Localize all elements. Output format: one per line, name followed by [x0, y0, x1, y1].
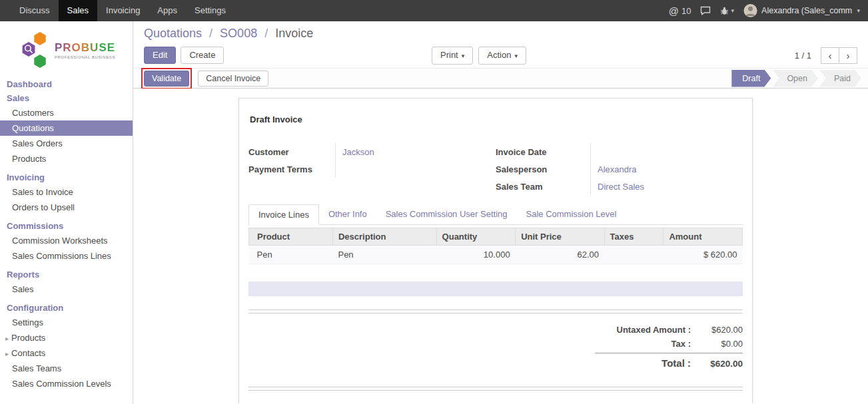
sidebar-heading-invoicing[interactable]: Invoicing — [0, 170, 133, 184]
probuse-logo: PROBUSE PROFESSIONAL BUSINESS — [0, 21, 133, 77]
field-sales-team: Sales Team Direct Sales — [496, 178, 743, 195]
tab-other-info[interactable]: Other Info — [319, 204, 376, 224]
print-label: Print — [440, 50, 458, 60]
sidebar-item-config-products[interactable]: ▸Products — [0, 330, 133, 345]
group-separator — [248, 309, 743, 313]
invoice-lines-table: Product Description Quantity Unit Price … — [248, 228, 743, 264]
top-navbar: Discuss Sales Invoicing Apps Settings @ … — [0, 0, 868, 21]
logo-subtitle: PROFESSIONAL BUSINESS — [55, 55, 115, 59]
sidebar-item-customers[interactable]: Customers — [0, 105, 133, 120]
col-header-product[interactable]: Product — [249, 228, 333, 246]
notebook-tabs: Invoice Lines Other Info Sales Commissio… — [248, 204, 743, 225]
cell-quantity: 10.000 — [436, 246, 516, 264]
sidebar-heading-dashboard[interactable]: Dashboard — [0, 77, 133, 91]
caret-down-icon: ▾ — [731, 7, 734, 14]
total-label: Total : — [661, 357, 691, 369]
tax-row: Tax : $0.00 — [595, 337, 743, 351]
tab-invoice-lines[interactable]: Invoice Lines — [248, 204, 319, 225]
sidebar-heading-reports[interactable]: Reports — [0, 268, 133, 282]
control-bar: Quotations / SO008 / Invoice Edit Create… — [133, 21, 868, 68]
sidebar-item-orders-to-upsell[interactable]: Orders to Upsell — [0, 200, 133, 215]
cell-product: Pen — [249, 246, 333, 264]
tab-sale-commission-level[interactable]: Sale Commission Level — [517, 204, 626, 224]
mention-icon: @ — [669, 5, 679, 17]
cancel-invoice-button[interactable]: Cancel Invoice — [198, 71, 268, 87]
logo-title: PROBUSE — [55, 41, 115, 55]
menu-settings[interactable]: Settings — [186, 0, 234, 21]
create-button[interactable]: Create — [181, 47, 224, 64]
cell-unit-price: 62.00 — [516, 246, 604, 264]
sidebar-item-products[interactable]: Products — [0, 151, 133, 166]
sidebar-item-config-contacts[interactable]: ▸Contacts — [0, 345, 133, 361]
breadcrumb-separator: / — [209, 27, 213, 40]
sidebar-item-sales-to-invoice[interactable]: Sales to Invoice — [0, 184, 133, 200]
col-header-description[interactable]: Description — [332, 228, 436, 246]
sidebar-item-sales-orders[interactable]: Sales Orders — [0, 136, 133, 151]
status-pipeline: Draft Open Paid — [731, 70, 861, 87]
col-header-taxes[interactable]: Taxes — [604, 228, 663, 246]
customer-value-link[interactable]: Jackson — [335, 143, 496, 160]
salesperson-value-link[interactable]: Alexandra — [590, 160, 743, 178]
sidebar-item-sales-commission-levels[interactable]: Sales Commission Levels — [0, 376, 133, 391]
invoice-date-value[interactable] — [590, 143, 743, 160]
sidebar-heading-commissions[interactable]: Commissions — [0, 219, 133, 233]
breadcrumb-quotations[interactable]: Quotations — [144, 27, 202, 40]
sidebar-item-commission-worksheets[interactable]: Commission Worksheets — [0, 233, 133, 248]
table-row[interactable]: Pen Pen 10.000 62.00 $ 620.00 — [249, 246, 743, 264]
sidebar-item-sales-report[interactable]: Sales — [0, 282, 133, 297]
field-groups: Customer Jackson Payment Terms Invoice D… — [248, 143, 743, 195]
state-paid[interactable]: Paid — [819, 70, 861, 87]
sidebar-item-sales-teams[interactable]: Sales Teams — [0, 361, 133, 376]
print-dropdown-button[interactable]: Print▾ — [432, 47, 473, 65]
statusbar: Validate Cancel Invoice Draft Open Paid — [133, 68, 868, 89]
sidebar-item-sales-commissions-lines[interactable]: Sales Commissions Lines — [0, 248, 133, 264]
untaxed-amount-row: Untaxed Amount : $620.00 — [595, 323, 743, 337]
prev-page-button[interactable]: ‹ — [821, 47, 839, 64]
col-header-quantity[interactable]: Quantity — [436, 228, 516, 246]
sales-team-label: Sales Team — [496, 182, 590, 192]
breadcrumb: Quotations / SO008 / Invoice — [144, 27, 857, 41]
sidebar-item-quotations[interactable]: Quotations — [0, 120, 133, 136]
edit-button[interactable]: Edit — [144, 47, 176, 64]
buttons-row: Edit Create Print▾ Action▾ 1 / 1 ‹ › — [144, 47, 857, 64]
sales-team-value-link[interactable]: Direct Sales — [590, 178, 743, 195]
breadcrumb-so008[interactable]: SO008 — [220, 27, 257, 40]
pager: 1 / 1 ‹ › — [795, 47, 857, 64]
next-page-button[interactable]: › — [839, 47, 857, 64]
logo-text: PROBUSE PROFESSIONAL BUSINESS — [55, 41, 115, 59]
expand-caret-icon: ▸ — [5, 335, 9, 342]
tab-sales-commission-user-setting[interactable]: Sales Commission User Setting — [376, 204, 517, 224]
customer-label: Customer — [248, 147, 335, 157]
menu-apps[interactable]: Apps — [149, 0, 186, 21]
validate-button[interactable]: Validate — [144, 71, 189, 87]
col-header-unit-price[interactable]: Unit Price — [516, 228, 604, 246]
menu-invoicing[interactable]: Invoicing — [97, 0, 149, 21]
cell-description: Pen — [332, 246, 436, 264]
app-menus: Discuss Sales Invoicing Apps Settings — [11, 0, 234, 21]
user-menu[interactable]: Alexandra (Sales_comm.. ▾ — [743, 3, 860, 18]
field-payment-terms: Payment Terms — [248, 160, 496, 178]
mention-count: 10 — [681, 6, 691, 16]
cell-taxes — [604, 246, 663, 264]
mentions-button[interactable]: @ 10 — [669, 5, 691, 17]
state-open[interactable]: Open — [772, 70, 818, 87]
action-dropdown-button[interactable]: Action▾ — [478, 47, 526, 65]
sidebar-heading-sales[interactable]: Sales — [0, 91, 133, 105]
empty-highlighted-row[interactable] — [248, 282, 743, 296]
avatar — [743, 3, 757, 18]
table-header-row: Product Description Quantity Unit Price … — [249, 228, 743, 246]
breadcrumb-current: Invoice — [275, 27, 313, 40]
menu-discuss[interactable]: Discuss — [11, 0, 59, 21]
tax-label: Tax : — [671, 339, 691, 349]
payment-terms-value[interactable] — [335, 160, 496, 178]
bug-icon — [720, 7, 729, 15]
field-customer: Customer Jackson — [248, 143, 496, 160]
debug-menu-button[interactable]: ▾ — [720, 7, 734, 15]
menu-sales[interactable]: Sales — [59, 0, 98, 21]
sidebar-item-settings[interactable]: Settings — [0, 315, 133, 330]
invoice-date-label: Invoice Date — [496, 147, 590, 157]
col-header-amount[interactable]: Amount — [663, 228, 743, 246]
messages-button[interactable] — [700, 6, 711, 15]
state-draft[interactable]: Draft — [731, 70, 771, 87]
sidebar-heading-configuration[interactable]: Configuration — [0, 301, 133, 315]
